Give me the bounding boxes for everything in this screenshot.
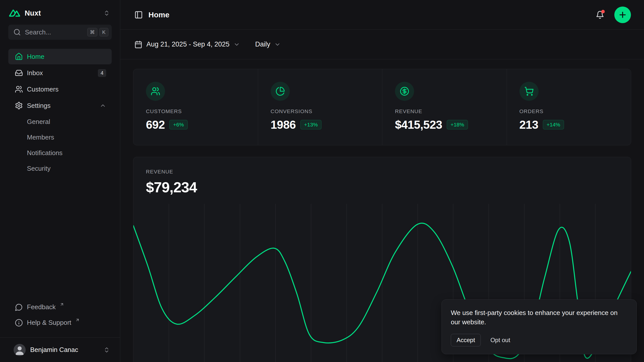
sidebar-item-security[interactable]: Security — [8, 161, 112, 176]
cookie-actions: Accept Opt out — [451, 334, 627, 346]
sub-item-label: General — [27, 118, 50, 126]
external-link-icon — [75, 318, 80, 322]
search-placeholder: Search... — [25, 28, 51, 36]
plus-icon — [618, 10, 627, 19]
settings-subnav: General Members Notifications Security — [8, 114, 112, 176]
page-header-actions — [596, 7, 631, 23]
cookie-message: We use first-party cookies to enhance yo… — [451, 308, 622, 327]
page-header: Home — [120, 0, 644, 30]
stat-label: REVENUE — [395, 108, 497, 114]
circle-dollar-icon — [395, 82, 414, 101]
help-support-link[interactable]: Help & Support — [8, 315, 112, 331]
chevron-up-icon — [100, 102, 106, 109]
info-circle-icon — [15, 319, 23, 327]
message-circle-icon — [15, 303, 23, 311]
external-link-icon — [60, 302, 64, 307]
users-icon — [146, 82, 165, 101]
sidebar-item-customers[interactable]: Customers — [8, 81, 112, 97]
accept-cookies-button[interactable]: Accept — [451, 334, 481, 346]
workspace-name: Nuxt — [25, 9, 41, 17]
revenue-chart-header: REVENUE $79,234 — [133, 157, 631, 196]
footer-link-label: Help & Support — [27, 319, 71, 327]
sub-item-label: Security — [27, 165, 51, 172]
avatar — [14, 344, 26, 356]
stat-value: 213 — [519, 118, 538, 131]
inbox-count-badge: 4 — [98, 69, 106, 77]
notifications-button[interactable] — [596, 11, 604, 19]
workspace-switcher[interactable]: Nuxt — [0, 0, 120, 25]
filters-toolbar: Aug 21, 2025 - Sep 4, 2025 Daily — [120, 30, 644, 59]
chevron-down-icon — [274, 41, 281, 48]
kbd-meta: ⌘ — [87, 28, 97, 36]
gear-icon — [15, 102, 23, 110]
search-shortcut: ⌘ K — [87, 28, 108, 36]
cookie-consent-banner: We use first-party cookies to enhance yo… — [441, 299, 637, 354]
panel-left-icon[interactable] — [134, 11, 143, 19]
home-icon — [15, 53, 23, 61]
stat-card-conversions[interactable]: CONVERSIONS 1986 +13% — [258, 69, 382, 145]
user-name: Benjamin Canac — [30, 346, 78, 354]
sidebar-item-notifications[interactable]: Notifications — [8, 145, 112, 160]
stat-delta-badge: +13% — [300, 120, 321, 129]
revenue-chart-value: $79,234 — [146, 179, 618, 196]
stat-card-orders[interactable]: ORDERS 213 +14% — [507, 69, 631, 145]
date-range-label: Aug 21, 2025 - Sep 4, 2025 — [146, 40, 229, 48]
sidebar-item-label: Inbox — [27, 69, 43, 77]
sidebar: Nuxt Search... ⌘ K Home — [0, 0, 120, 362]
stat-label: CUSTOMERS — [146, 108, 248, 114]
sidebar-item-label: Customers — [27, 85, 59, 93]
opt-out-button[interactable]: Opt out — [490, 337, 510, 344]
pie-chart-icon — [271, 82, 290, 101]
sidebar-footer: Feedback Help & Support — [0, 300, 120, 337]
sidebar-item-home[interactable]: Home — [8, 49, 112, 64]
inbox-icon — [15, 69, 23, 77]
chevrons-up-down-icon — [103, 347, 110, 353]
stat-value: $415,523 — [395, 118, 442, 131]
stat-label: CONVERSIONS — [271, 108, 372, 114]
stats-row: CUSTOMERS 692 +6% CONVERSIONS 1986 +13% — [133, 69, 631, 145]
sidebar-item-settings[interactable]: Settings — [8, 98, 112, 113]
chevron-down-icon — [233, 41, 240, 48]
period-select[interactable]: Daily — [255, 40, 281, 48]
notification-dot — [601, 10, 605, 13]
sidebar-nav: Home Inbox 4 Customers Settings — [0, 40, 120, 176]
users-icon — [15, 85, 23, 93]
shopping-cart-icon — [519, 82, 539, 101]
stat-delta-badge: +6% — [169, 120, 188, 129]
footer-link-label: Feedback — [27, 303, 56, 311]
search-input[interactable]: Search... ⌘ K — [8, 25, 112, 40]
stat-value: 1986 — [271, 118, 296, 131]
stat-delta-badge: +18% — [447, 120, 468, 129]
page-title: Home — [148, 11, 169, 19]
sidebar-item-inbox[interactable]: Inbox 4 — [8, 65, 112, 81]
kbd-k: K — [99, 28, 108, 36]
page-header-left: Home — [134, 11, 169, 19]
nuxt-logo-icon — [9, 8, 20, 19]
chevrons-up-down-icon — [103, 10, 110, 16]
sub-item-label: Members — [27, 133, 54, 141]
user-menu[interactable]: Benjamin Canac — [0, 337, 120, 362]
stat-card-revenue[interactable]: REVENUE $415,523 +18% — [382, 69, 507, 145]
add-button[interactable] — [614, 7, 631, 23]
date-range-picker[interactable]: Aug 21, 2025 - Sep 4, 2025 — [134, 40, 240, 49]
calendar-icon — [134, 40, 142, 49]
sidebar-item-label: Settings — [27, 102, 51, 110]
stat-value: 692 — [146, 118, 165, 131]
sidebar-item-label: Home — [27, 53, 44, 61]
feedback-link[interactable]: Feedback — [8, 300, 112, 315]
sidebar-item-members[interactable]: Members — [8, 130, 112, 145]
stat-card-customers[interactable]: CUSTOMERS 692 +6% — [133, 69, 258, 145]
search-icon — [13, 28, 21, 36]
period-label: Daily — [255, 40, 270, 48]
sidebar-item-general[interactable]: General — [8, 114, 112, 129]
stat-label: ORDERS — [519, 108, 621, 114]
sub-item-label: Notifications — [27, 149, 63, 157]
revenue-chart-label: REVENUE — [146, 169, 618, 175]
stat-delta-badge: +14% — [543, 120, 564, 129]
